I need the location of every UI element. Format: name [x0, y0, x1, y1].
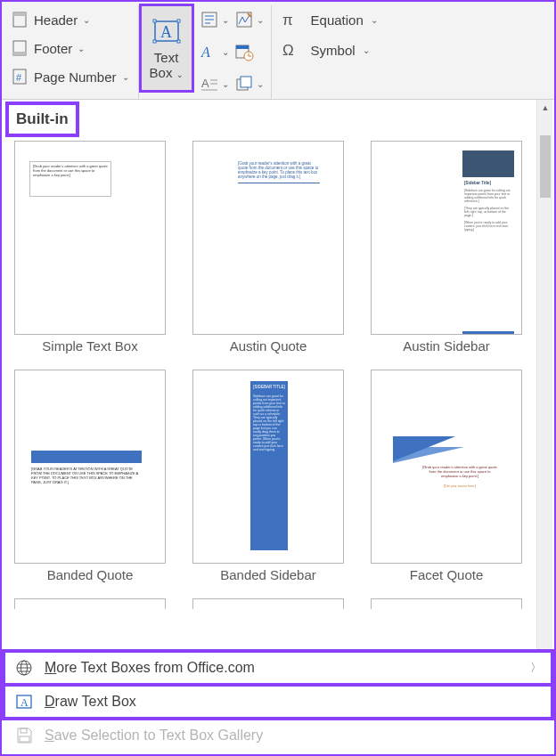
svg-rect-19 [236, 45, 249, 49]
footer-label: Footer [34, 41, 72, 56]
header-footer-group: Header ⌄ Footer ⌄ # Page Number ⌄ [7, 5, 139, 99]
save-selection-menu-item: Save Selection to Text Box Gallery [4, 719, 552, 752]
section-built-in: Built-in [5, 102, 79, 137]
ribbon: Header ⌄ Footer ⌄ # Page Number ⌄ A Text… [2, 2, 554, 100]
chevron-down-icon: ⌄ [176, 70, 184, 79]
svg-text:A: A [201, 77, 209, 90]
wordart-button[interactable]: A ⌄ [200, 39, 229, 64]
wordart-icon: A [200, 42, 219, 61]
svg-rect-8 [177, 20, 180, 22]
chevron-down-icon: ⌄ [222, 79, 229, 89]
symbol-button[interactable]: Ω Symbol ⌄ [282, 37, 378, 62]
textbox-gallery: [Grab your reader's attention with a gre… [2, 137, 554, 609]
chevron-down-icon: ⌄ [222, 15, 229, 25]
svg-text:π: π [282, 12, 293, 28]
thumb-banded-sidebar: [SIDEBAR TITLE]Sidebars are great for ca… [192, 370, 344, 564]
header-icon [11, 11, 29, 28]
page-number-icon: # [11, 68, 29, 85]
more-text-boxes-label: More Text Boxes from Office.com [45, 660, 255, 676]
page-number-button[interactable]: # Page Number ⌄ [11, 64, 129, 89]
gallery-label: Banded Sidebar [220, 567, 316, 582]
gallery-item-austin-sidebar[interactable]: [Sidebar Title] [Sidebars are great for … [367, 141, 526, 354]
footer-icon [11, 39, 29, 57]
gallery-item-partial-3[interactable] [367, 598, 526, 609]
gallery-item-austin-quote[interactable]: [Grab your reader's attention with a gre… [189, 141, 348, 354]
date-time-icon [234, 42, 254, 61]
thumb-simple: [Grab your reader's attention with a gre… [14, 141, 166, 335]
draw-text-box-icon: A [14, 692, 34, 711]
drop-cap-icon: A [200, 75, 219, 94]
draw-text-box-menu-item[interactable]: A Draw Text Box [4, 685, 552, 719]
svg-rect-38 [20, 728, 27, 733]
draw-text-box-label: Draw Text Box [45, 694, 136, 710]
chevron-down-icon: ⌄ [257, 79, 264, 89]
quick-parts-button[interactable]: ⌄ [200, 7, 229, 32]
gallery-item-facet-quote[interactable]: [Grab your reader's attention with a gre… [367, 370, 526, 582]
chevron-down-icon: ⌄ [363, 45, 370, 55]
chevron-down-icon: ⌄ [371, 15, 378, 25]
drop-cap-button[interactable]: A ⌄ [200, 72, 229, 97]
svg-text:A: A [200, 45, 210, 60]
gallery-label: Banded Quote [47, 567, 134, 582]
svg-rect-10 [177, 40, 180, 43]
gallery-label: Austin Quote [230, 338, 307, 354]
svg-text:Ω: Ω [282, 42, 294, 59]
svg-text:#: # [16, 72, 22, 83]
object-button[interactable]: ⌄ [234, 72, 264, 97]
svg-rect-7 [153, 20, 156, 22]
textbox-menu: More Text Boxes from Office.com 〉 A Draw… [4, 650, 552, 752]
equation-button[interactable]: π Equation ⌄ [282, 7, 378, 32]
gallery-label: Austin Sidebar [403, 338, 490, 354]
quick-parts-icon [200, 10, 219, 29]
page-number-label: Page Number [34, 69, 117, 85]
gallery-item-banded-sidebar[interactable]: [SIDEBAR TITLE]Sidebars are great for ca… [189, 370, 348, 582]
chevron-right-icon: 〉 [530, 660, 542, 676]
thumb-austin-quote: [Grab your reader's attention with a gre… [192, 141, 344, 335]
chevron-down-icon: ⌄ [257, 15, 264, 25]
gallery-item-simple-text-box[interactable]: [Grab your reader's attention with a gre… [11, 141, 169, 354]
signature-line-button[interactable]: ⌄ [234, 7, 264, 32]
svg-rect-9 [153, 40, 156, 43]
svg-rect-1 [13, 12, 26, 16]
chevron-down-icon: ⌄ [78, 44, 85, 53]
chevron-down-icon: ⌄ [222, 47, 229, 57]
gallery-item-partial-1[interactable] [11, 598, 169, 609]
chevron-down-icon: ⌄ [83, 15, 90, 25]
chevron-down-icon: ⌄ [122, 72, 129, 82]
scroll-up-button[interactable]: ▲ [537, 100, 553, 116]
text-box-icon: A [151, 16, 182, 46]
thumb-facet-quote: [Grab your reader's attention with a gre… [371, 370, 522, 564]
equation-label: Equation [311, 12, 364, 28]
svg-text:A: A [160, 23, 172, 41]
save-icon [14, 726, 34, 745]
footer-button[interactable]: Footer ⌄ [11, 36, 129, 61]
misc-insert-group: ⌄ ⌄ A ⌄ A ⌄ ⌄ [194, 5, 272, 99]
signature-icon [234, 10, 254, 29]
gallery-item-banded-quote[interactable]: [GRAB YOUR READER'S ATTENTION WITH A GRE… [11, 370, 169, 582]
symbol-label: Symbol [311, 43, 356, 58]
object-icon [234, 75, 254, 94]
thumb-austin-sidebar: [Sidebar Title] [Sidebars are great for … [371, 141, 522, 335]
header-button[interactable]: Header ⌄ [11, 7, 129, 32]
svg-rect-39 [20, 736, 29, 742]
symbols-group: π Equation ⌄ Ω Symbol ⌄ [274, 5, 378, 99]
svg-rect-3 [13, 52, 26, 55]
gallery-label: Simple Text Box [42, 338, 137, 354]
svg-text:A: A [20, 696, 29, 709]
date-time-button[interactable] [234, 39, 264, 64]
svg-rect-28 [241, 77, 251, 87]
header-label: Header [34, 12, 78, 28]
gallery-item-partial-2[interactable] [189, 598, 348, 609]
save-selection-label: Save Selection to Text Box Gallery [45, 728, 263, 744]
thumb-banded-quote: [GRAB YOUR READER'S ATTENTION WITH A GRE… [14, 370, 166, 564]
more-text-boxes-menu-item[interactable]: More Text Boxes from Office.com 〉 [4, 651, 552, 685]
equation-icon: π [282, 10, 304, 29]
text-box-button[interactable]: A Text Box ⌄ [141, 5, 192, 91]
gallery-label: Facet Quote [410, 567, 484, 582]
symbol-icon: Ω [282, 40, 304, 60]
text-box-label: Text Box ⌄ [150, 50, 184, 81]
globe-icon [14, 658, 34, 678]
